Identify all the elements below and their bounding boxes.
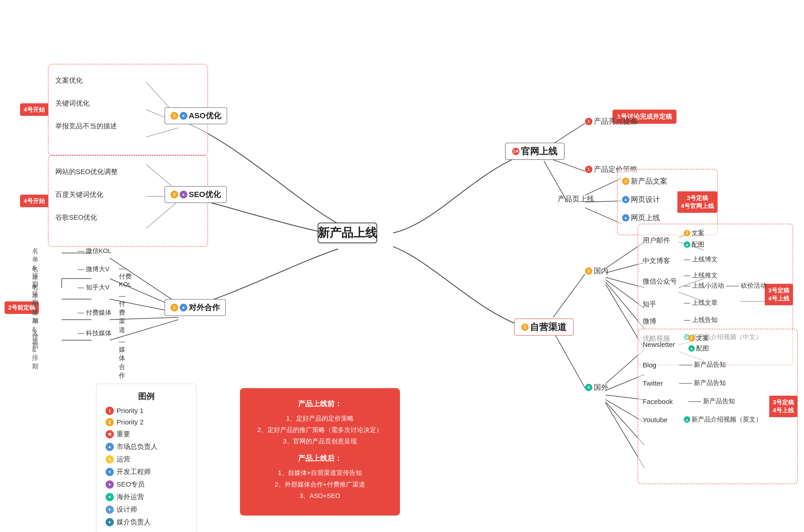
node-aso: 2 ● ASO优化: [165, 107, 227, 124]
legend-item-dev: ● 开发工程师: [106, 467, 187, 476]
node-official-site: 1★ 官网上线: [505, 143, 565, 160]
svg-line-7: [553, 331, 585, 388]
node-newsletter-copy: 2文案: [688, 334, 709, 342]
node-baidu-kw: 百度关键词优化: [55, 190, 103, 199]
mindmap-container: 新产品上线 1★ 官网上线 1号讨论完成并定稿 1 产品亮点提炼 1 产品定价策…: [0, 0, 804, 532]
node-product-highlight: 1 产品亮点提炼: [585, 116, 638, 127]
legend-title: 图例: [106, 391, 187, 402]
node-zhihu-article: — 上线文章: [684, 299, 718, 307]
legend-item-important: ★ 重要: [106, 430, 187, 439]
tag-finalize-official: 3号定稿 4号官网上线: [677, 191, 718, 213]
node-youtube-video: ▲新产品介绍视频（英文）: [684, 415, 762, 424]
node-twitter-news: —— 新产品告知: [679, 379, 726, 387]
node-weibo: 微博: [643, 317, 656, 326]
summary-box: 产品上线前： 1、定好产品的定价策略 2、定好产品的推广策略（需多次讨论决定） …: [240, 388, 400, 516]
node-seo-adj: 网站的SEO优化调整: [55, 167, 118, 176]
summary-pre-items: 1、定好产品的定价策略 2、定好产品的推广策略（需多次讨论决定） 3、官网的产品…: [251, 413, 388, 447]
node-newsletter-img: ▲配图: [688, 344, 709, 353]
summary-post-items: 1、自媒体+自营渠道宣传告知 2、外部媒体合作+付费推广渠道 3、ASO+SEO: [251, 467, 388, 501]
node-zhihu-v: — 知乎大V: [78, 283, 109, 292]
legend-item-p2: 2 Priority 2: [106, 418, 187, 426]
node-product-page: 产品页上线: [558, 194, 594, 204]
center-node: 新产品上线: [318, 223, 377, 243]
node-copy-opt: 文案优化: [55, 76, 83, 85]
own-channel-label: 自营渠道: [530, 321, 567, 334]
legend-item-media-head: ● 媒介负责人: [106, 517, 187, 527]
node-twitter: Twitter: [643, 379, 663, 387]
node-wechat-activity: — 上线小活动 —— 砍价活动: [684, 281, 767, 290]
legend-item-designer: ● 设计师: [106, 505, 187, 514]
node-seo: 2 ● SEO优化: [165, 186, 227, 203]
node-email-img: ▲配图: [684, 240, 705, 249]
node-google-seo: 谷歌SEO优化: [55, 213, 97, 222]
legend-item-marketing: ▲ 市场总负责人: [106, 442, 187, 451]
node-web-design: ▲ 网页设计: [622, 194, 660, 205]
svg-line-3: [585, 178, 622, 195]
center-label: 新产品上线: [318, 225, 377, 241]
tag-start-4-seo: 4号开始: [20, 195, 49, 207]
node-email: 用户邮件: [643, 235, 670, 245]
tag-start-4-aso: 4号开始: [20, 103, 49, 116]
summary-post-title: 产品上线后：: [251, 452, 388, 465]
node-blog-en-news: —— 新产品告知: [679, 360, 726, 369]
node-youtube: Youtube: [643, 416, 668, 424]
node-tech-media-label: 名单&排期: [32, 329, 38, 371]
node-wechat-kol: — 微信KOL: [78, 247, 111, 255]
node-tech-media: — 科技媒体: [78, 329, 111, 338]
node-external-coop: 2 ● 对外合作: [165, 299, 226, 316]
node-new-copy: 2 新产品文案: [622, 176, 667, 186]
legend-box: 图例 1 Priority 1 2 Priority 2 ★ 重要 ▲ 市场总负…: [96, 384, 197, 532]
node-weibo-v: — 微博大V: [78, 265, 109, 273]
node-media-coop: — 媒体合作: [119, 338, 125, 380]
svg-line-5: [585, 208, 622, 224]
node-blog-en: Blog: [643, 361, 656, 369]
node-paid-kol: — 付费KOL: [119, 265, 132, 288]
node-facebook-news: —— 新产品告知: [688, 397, 735, 405]
official-site-label: 官网上线: [521, 145, 558, 157]
svg-line-6: [553, 274, 585, 317]
legend-item-seo: ● SEO专员: [106, 480, 187, 489]
node-own-channel: 2 自营渠道: [514, 319, 574, 336]
legend-item-p1: 1 Priority 1: [106, 407, 187, 415]
legend-item-ops: ● 运营: [106, 455, 187, 464]
node-weibo-announce: — 上线告知: [684, 316, 718, 324]
node-wechat-push: — 上线推文: [684, 271, 718, 280]
node-blog-cn-launch: — 上线博文: [684, 255, 718, 264]
node-overseas: 4 国外: [585, 382, 608, 393]
node-email-copy: 2文案: [684, 229, 705, 238]
node-wechat: 微信公众号: [643, 277, 677, 286]
tag-finalize-domestic: 3号定稿 4号上线: [765, 284, 793, 305]
node-report-competitor: 举报竞品不当的描述: [55, 121, 117, 131]
node-zhihu: 知乎: [643, 300, 656, 309]
node-newsletter: Newsletter: [643, 341, 675, 348]
node-blog-cn: 中文博客: [643, 256, 670, 266]
node-domestic: 2 国内: [585, 266, 608, 276]
node-web-launch: ▲ 网页上线: [622, 213, 660, 223]
node-facebook: Facebook: [643, 398, 673, 405]
node-keyword-opt: 关键词优化: [55, 99, 90, 108]
summary-pre-title: 产品上线前：: [251, 397, 388, 411]
tag-finalize-overseas: 3号定稿 4号上线: [769, 396, 798, 417]
node-paid-channel: — 付费渠道: [119, 292, 125, 334]
dashed-box-overseas: 3号定稿 4号上线 Newsletter 2文案 ▲配图 Blog —— 新产品…: [638, 329, 798, 484]
legend-item-overseas: ● 海外运营: [106, 492, 187, 501]
node-paid-media: — 付费媒体: [78, 308, 111, 317]
